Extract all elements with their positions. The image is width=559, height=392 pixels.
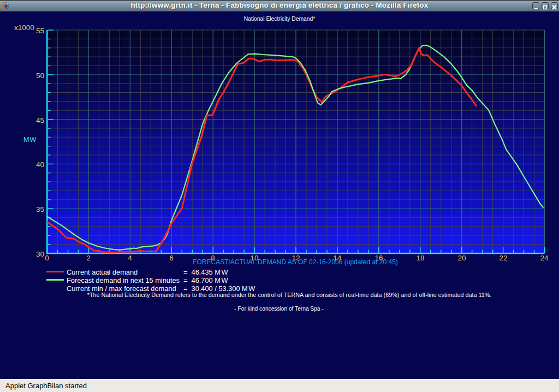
svg-text:MW: MW (23, 136, 37, 144)
svg-text:55: 55 (36, 27, 44, 35)
svg-text:45: 45 (36, 116, 44, 124)
svg-text:35: 35 (36, 205, 44, 213)
svg-text:40: 40 (36, 161, 44, 169)
svg-text:x1000: x1000 (14, 23, 34, 32)
svg-text:30: 30 (36, 250, 44, 258)
svg-text:50: 50 (36, 72, 44, 80)
